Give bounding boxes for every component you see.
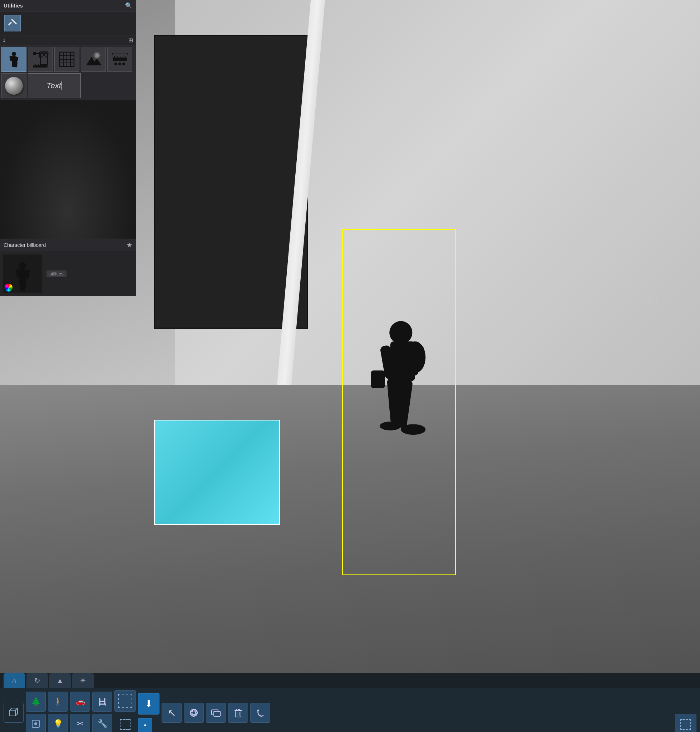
category-number: 1	[3, 38, 5, 43]
focus-indicator: ( )	[649, 293, 658, 305]
tab-sun[interactable]: ☀	[72, 673, 94, 688]
target-button[interactable]	[26, 714, 46, 732]
panel-preview-background	[0, 100, 136, 239]
select-rect-button[interactable]	[115, 690, 136, 711]
svg-point-12	[12, 52, 16, 56]
grid-icon-cell[interactable]	[54, 47, 79, 72]
char-billboard-content: utilities	[0, 251, 136, 296]
svg-point-0	[389, 321, 412, 344]
left-panel: Utilities 🔍 1 ⊞	[0, 0, 136, 296]
pool-area	[154, 420, 280, 525]
scissors-button[interactable]: ✂	[70, 714, 90, 732]
building-cut-icon-cell[interactable]	[28, 47, 53, 72]
bottom-toolbar: ⌂ ↻ ▲ ☀ 🌲	[0, 673, 700, 732]
svg-point-55	[118, 63, 121, 65]
dot-button[interactable]: •	[138, 718, 152, 732]
terrain-settings-icon-cell[interactable]	[81, 47, 106, 72]
toolbar-group-3: 🚗 ✂	[70, 692, 90, 732]
toolbar-group-1: 🌲	[26, 692, 46, 732]
toolbar-group-5	[115, 690, 136, 732]
tree-button[interactable]: 🌲	[26, 692, 46, 711]
svg-point-8	[401, 424, 425, 435]
char-billboard-header: Character billboard ★	[0, 239, 136, 251]
svg-point-54	[115, 63, 117, 65]
building-window	[154, 35, 308, 329]
sphere-icon-cell[interactable]	[1, 73, 26, 98]
svg-point-77	[190, 709, 197, 716]
toolbar-group-4: 🔧	[92, 692, 112, 732]
toolbar-main: 🌲 🚶 💡 🚗 ✂	[0, 688, 700, 732]
svg-rect-81	[214, 711, 220, 716]
diamond-button[interactable]	[184, 703, 204, 723]
measure-icon-cell[interactable]	[107, 47, 132, 72]
text-cursor	[62, 81, 62, 90]
text-input-cell[interactable]: Text	[28, 73, 81, 98]
svg-rect-5	[371, 370, 385, 388]
svg-point-56	[122, 63, 125, 65]
person-icon-cell[interactable]	[1, 47, 26, 72]
svg-rect-43	[100, 55, 101, 56]
dashed-small-visual	[120, 719, 131, 730]
svg-rect-41	[96, 52, 98, 53]
cube-outline-button[interactable]	[4, 703, 24, 723]
char-billboard-title: Character billboard	[4, 242, 46, 248]
person-walk-button[interactable]: 🚶	[48, 692, 68, 711]
character-billboard-section: Character billboard ★ utilities	[0, 239, 136, 296]
char-tag: utilities	[47, 270, 66, 277]
svg-rect-58	[20, 269, 25, 279]
cursor-button[interactable]: ↖	[162, 703, 182, 723]
undo-button[interactable]	[250, 703, 270, 723]
panel-preview-area	[0, 100, 136, 239]
select-area-button[interactable]	[115, 714, 136, 732]
toolbar-tabs: ⌂ ↻ ▲ ☀	[0, 673, 700, 688]
icon-grid: Text	[0, 45, 136, 100]
trash-button[interactable]	[228, 703, 248, 723]
svg-rect-82	[235, 711, 241, 717]
utilities-header: Utilities 🔍	[0, 0, 136, 12]
dashed-final-visual	[680, 719, 691, 730]
chair-button[interactable]	[92, 692, 112, 711]
star-button[interactable]: ★	[126, 241, 132, 249]
svg-rect-11	[8, 22, 12, 26]
svg-point-57	[19, 262, 26, 269]
tab-terrain[interactable]: ▲	[49, 673, 71, 688]
color-wheel[interactable]	[4, 284, 13, 292]
search-button[interactable]: 🔍	[125, 2, 132, 9]
car-button[interactable]: 🚗	[70, 692, 90, 711]
svg-marker-53	[127, 53, 128, 55]
svg-rect-42	[96, 57, 98, 59]
svg-rect-17	[14, 62, 18, 67]
svg-rect-45	[113, 57, 127, 61]
svg-point-78	[192, 711, 196, 714]
grid-view-button[interactable]: ⊞	[128, 37, 133, 44]
toolbar-group-6: ⬇ •	[138, 693, 159, 732]
character-silhouette	[355, 229, 443, 556]
svg-rect-63	[10, 710, 15, 716]
light-button[interactable]: 💡	[48, 714, 68, 732]
wrench-button[interactable]: 🔧	[92, 714, 112, 732]
svg-point-9	[380, 421, 401, 430]
toolbar-group-2: 🚶 💡	[48, 692, 68, 732]
svg-point-70	[34, 722, 37, 725]
tab-home[interactable]: ⌂	[4, 673, 25, 688]
thumbnail-character-svg	[10, 261, 35, 293]
dashed-rect-visual	[118, 694, 132, 708]
tools-active-button[interactable]	[4, 15, 21, 31]
character-object[interactable]	[336, 210, 462, 594]
tab-rotate[interactable]: ↻	[26, 673, 48, 688]
sphere-visual	[5, 77, 23, 95]
place-object-button[interactable]: ⬇	[138, 693, 159, 714]
utilities-title: Utilities	[4, 3, 23, 9]
screen-button[interactable]	[206, 703, 226, 723]
svg-rect-44	[94, 55, 96, 56]
svg-marker-89	[257, 709, 260, 711]
text-value: Text	[47, 81, 61, 90]
select-final-button[interactable]	[675, 714, 696, 732]
number-row: 1 ⊞	[0, 35, 136, 45]
char-thumbnail[interactable]	[3, 254, 42, 293]
svg-rect-10	[11, 19, 17, 25]
svg-rect-18	[33, 52, 36, 55]
svg-marker-52	[111, 53, 113, 55]
